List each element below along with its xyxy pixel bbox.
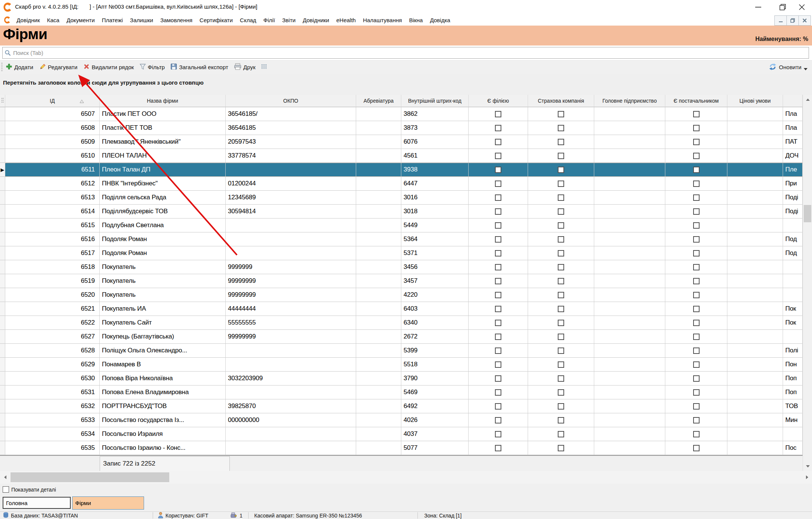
cell-id[interactable]: 6517 [5, 246, 100, 260]
cell-price-terms[interactable] [727, 274, 783, 288]
cell-overflow[interactable]: Пла [783, 107, 803, 121]
scroll-up-button[interactable] [803, 95, 812, 104]
checkbox[interactable] [693, 167, 700, 173]
checkbox[interactable] [693, 250, 700, 256]
cell-id[interactable]: 6510 [5, 149, 100, 163]
checkbox[interactable] [558, 306, 564, 312]
table-row[interactable]: 6507Пластик ПЕТ ООО36546185/3862Пла [0, 107, 803, 121]
cell-price-terms[interactable] [727, 372, 783, 385]
table-row[interactable]: 6520Покупатель999999994220 [0, 288, 803, 302]
cell-is-supplier[interactable] [665, 330, 727, 344]
checkbox[interactable] [693, 111, 700, 117]
checkbox[interactable] [558, 236, 564, 243]
cell-main-company[interactable] [594, 344, 665, 358]
cell-is-insurance[interactable] [528, 274, 594, 288]
cell-abbr[interactable] [356, 232, 401, 246]
cell-is-supplier[interactable] [665, 372, 727, 385]
cell-overflow[interactable]: Мин [783, 413, 803, 427]
refresh-button[interactable]: Оновити [769, 61, 807, 74]
table-row[interactable]: 6533Посольство государства Із...00000000… [0, 413, 803, 427]
cell-abbr[interactable] [356, 358, 401, 372]
cell-name[interactable]: Плеон Талан ДП [100, 163, 226, 177]
cell-price-terms[interactable] [727, 163, 783, 177]
cell-is-insurance[interactable] [528, 288, 594, 302]
column-header-7[interactable]: Страхова компанія [528, 95, 594, 107]
cell-barcode[interactable]: 5449 [401, 219, 469, 232]
toolbar-button-filter[interactable]: Фільтр [140, 64, 165, 71]
cell-okpo[interactable]: 30594814 [226, 205, 356, 219]
cell-is-insurance[interactable] [528, 441, 594, 455]
cell-is-branch[interactable] [469, 232, 528, 246]
vertical-scrollbar-thumb[interactable] [804, 205, 811, 222]
menu-item-12[interactable]: eHealth [336, 17, 356, 23]
checkbox[interactable] [558, 153, 564, 159]
cell-id[interactable]: 6515 [5, 219, 100, 232]
table-row[interactable]: 6516Подоляк Роман5364Под [0, 232, 803, 246]
cell-okpo[interactable] [226, 219, 356, 232]
cell-is-insurance[interactable] [528, 344, 594, 358]
cell-barcode[interactable]: 3016 [401, 191, 469, 205]
table-row[interactable]: 6514Поділлябудсервіс ТОВ305948143018Поді [0, 205, 803, 219]
column-header-6[interactable]: Є філією [469, 95, 528, 107]
scroll-left-button[interactable] [0, 471, 10, 484]
table-row[interactable]: 6534Посольство Израиля4037 [0, 427, 803, 441]
menu-item-10[interactable]: Звіти [282, 17, 296, 23]
cell-okpo[interactable] [226, 427, 356, 441]
search-input[interactable]: Поиск (Tab) [2, 47, 809, 59]
cell-okpo[interactable]: 99999999 [226, 288, 356, 302]
cell-main-company[interactable] [594, 135, 665, 149]
minimize-button[interactable] [750, 0, 767, 14]
menu-item-13[interactable]: Налаштування [363, 17, 402, 23]
scroll-right-button[interactable] [802, 471, 812, 484]
cell-okpo[interactable] [226, 232, 356, 246]
cell-id[interactable]: 6513 [5, 191, 100, 205]
cell-price-terms[interactable] [727, 427, 783, 441]
cell-okpo[interactable]: 9999999 [226, 260, 356, 274]
cell-price-terms[interactable] [727, 107, 783, 121]
cell-barcode[interactable]: 4037 [401, 427, 469, 441]
cell-is-supplier[interactable] [665, 427, 727, 441]
checkbox[interactable] [693, 236, 700, 243]
table-row[interactable]: 6518Покупатель99999993456 [0, 260, 803, 274]
cell-overflow[interactable]: Поп [783, 372, 803, 385]
cell-main-company[interactable] [594, 177, 665, 191]
cell-id[interactable]: 6512 [5, 177, 100, 191]
cell-price-terms[interactable] [727, 413, 783, 427]
cell-is-supplier[interactable] [665, 232, 727, 246]
cell-barcode[interactable]: 5077 [401, 441, 469, 455]
cell-okpo[interactable] [226, 344, 356, 358]
cell-okpo[interactable]: 20597543 [226, 135, 356, 149]
toolbar-button-plus[interactable]: Додати [6, 63, 33, 71]
cell-abbr[interactable] [356, 107, 401, 121]
cell-price-terms[interactable] [727, 191, 783, 205]
toolbar-button-export[interactable]: Загальний експорт [170, 63, 228, 71]
cell-is-supplier[interactable] [665, 107, 727, 121]
table-row[interactable]: ▶6511Плеон Талан ДП3938Пле [0, 163, 803, 177]
cell-abbr[interactable] [356, 344, 401, 358]
cell-price-terms[interactable] [727, 316, 783, 330]
cell-name[interactable]: Попова Елена Владимировна [100, 385, 226, 399]
checkbox[interactable] [693, 320, 700, 326]
cell-id[interactable]: 6511 [5, 163, 100, 177]
cell-is-branch[interactable] [469, 219, 528, 232]
cell-is-supplier[interactable] [665, 316, 727, 330]
cell-name[interactable]: Посольство Ізраилю - Конс... [100, 441, 226, 455]
cell-is-branch[interactable] [469, 288, 528, 302]
cell-okpo[interactable]: 39825870 [226, 399, 356, 413]
cell-main-company[interactable] [594, 107, 665, 121]
menu-item-6[interactable]: Замовлення [160, 17, 192, 23]
column-header-8[interactable]: Головне підприємство [594, 95, 665, 107]
cell-overflow[interactable]: Под [783, 232, 803, 246]
cell-abbr[interactable] [356, 413, 401, 427]
table-row[interactable]: 6535Посольство Ізраилю - Конс...5077Пос [0, 441, 803, 455]
cell-okpo[interactable]: 01200244 [226, 177, 356, 191]
cell-price-terms[interactable] [727, 344, 783, 358]
column-header-10[interactable]: Цінові умови [727, 95, 783, 107]
checkbox[interactable] [558, 208, 564, 215]
cell-okpo[interactable]: 44444444 [226, 302, 356, 316]
cell-abbr[interactable] [356, 191, 401, 205]
cell-price-terms[interactable] [727, 399, 783, 413]
cell-abbr[interactable] [356, 288, 401, 302]
menu-item-8[interactable]: Склад [240, 17, 256, 23]
cell-overflow[interactable]: Пок [783, 302, 803, 316]
